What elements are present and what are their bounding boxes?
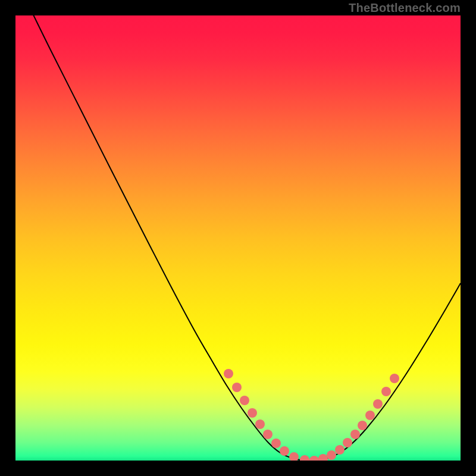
chart-gradient-bg	[15, 15, 461, 461]
chart-frame	[15, 15, 461, 461]
watermark-text: TheBottleneck.com	[349, 1, 461, 15]
